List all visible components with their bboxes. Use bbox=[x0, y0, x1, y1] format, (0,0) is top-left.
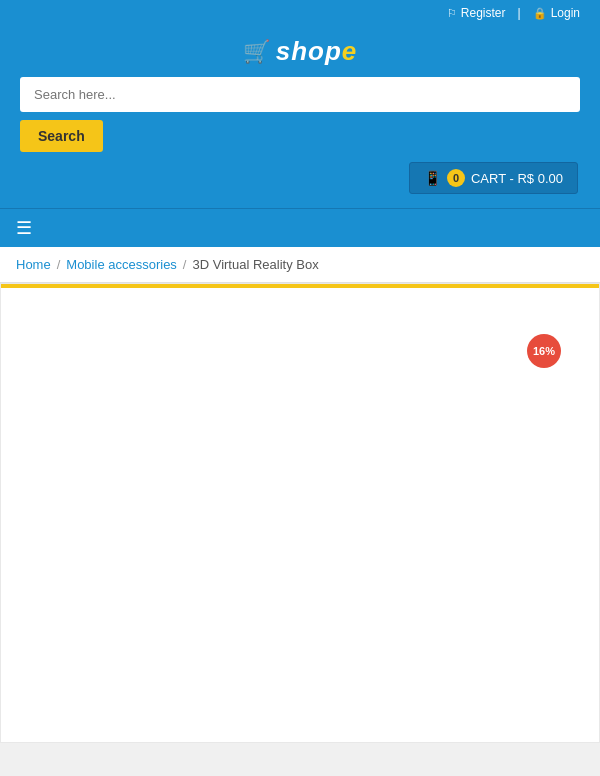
logo-e: e bbox=[342, 36, 357, 66]
login-label: Login bbox=[551, 6, 580, 20]
search-bar: Search bbox=[20, 77, 580, 152]
breadcrumb-separator-2: / bbox=[183, 257, 187, 272]
breadcrumb-separator-1: / bbox=[57, 257, 61, 272]
phone-icon: 📱 bbox=[424, 170, 441, 186]
register-label: Register bbox=[461, 6, 506, 20]
search-input-wrapper bbox=[20, 77, 580, 112]
cart-button[interactable]: 📱 0 CART - R$ 0.00 bbox=[409, 162, 578, 194]
cart-logo-icon: 🛒 bbox=[243, 39, 270, 65]
nav-bar: ☰ bbox=[0, 208, 600, 247]
search-button[interactable]: Search bbox=[20, 120, 103, 152]
breadcrumb-category-link[interactable]: Mobile accessories bbox=[66, 257, 177, 272]
register-link[interactable]: ⚐ Register bbox=[447, 6, 506, 20]
hamburger-menu-button[interactable]: ☰ bbox=[16, 218, 32, 238]
breadcrumb-home-link[interactable]: Home bbox=[16, 257, 51, 272]
topbar-divider: | bbox=[518, 6, 521, 20]
cart-count-badge: 0 bbox=[447, 169, 465, 187]
lock-icon: 🔒 bbox=[533, 7, 547, 20]
header: 🛒 shope Search 📱 0 CART - R$ 0.00 bbox=[0, 26, 600, 208]
logo-shope: shop bbox=[276, 36, 342, 66]
cart-row: 📱 0 CART - R$ 0.00 bbox=[20, 162, 580, 194]
person-icon: ⚐ bbox=[447, 7, 457, 20]
logo-text: shope bbox=[276, 36, 358, 67]
search-input[interactable] bbox=[20, 77, 580, 112]
breadcrumb: Home / Mobile accessories / 3D Virtual R… bbox=[0, 247, 600, 283]
cart-label: CART - R$ 0.00 bbox=[471, 171, 563, 186]
top-bar: ⚐ Register | 🔒 Login bbox=[0, 0, 600, 26]
product-area: 16% bbox=[0, 283, 600, 743]
breadcrumb-current: 3D Virtual Reality Box bbox=[192, 257, 318, 272]
discount-badge: 16% bbox=[527, 334, 561, 368]
login-link[interactable]: 🔒 Login bbox=[533, 6, 580, 20]
logo[interactable]: 🛒 shope bbox=[243, 36, 358, 67]
